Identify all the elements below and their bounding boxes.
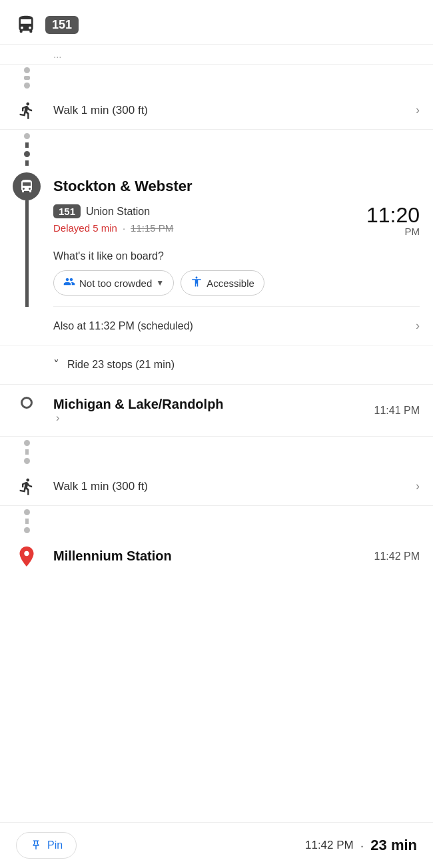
- timeline-line: [25, 142, 29, 148]
- bus-icon: [13, 12, 39, 37]
- crowded-chip[interactable]: Not too crowded ▼: [53, 270, 174, 296]
- onboard-chips: Not too crowded ▼ Accessible: [53, 270, 406, 296]
- bus-stop-icon: [13, 172, 41, 200]
- dots-segment-bottom: [0, 437, 433, 467]
- line-badge: 151: [53, 204, 81, 218]
- walk-row-1[interactable]: Walk 1 min (300 ft) ›: [0, 91, 433, 130]
- people-icon: [63, 276, 75, 290]
- timeline-dot: [24, 458, 30, 464]
- walk-row-2[interactable]: Walk 1 min (300 ft) ›: [0, 467, 433, 506]
- header: 151: [0, 0, 433, 45]
- final-stop-time: 11:42 PM: [374, 550, 420, 562]
- ride-stops-row[interactable]: ˅ Ride 23 stops (21 min): [0, 345, 433, 385]
- dots-segment-top: [0, 65, 433, 91]
- final-stop-content: Millennium Station 11:42 PM: [53, 537, 433, 576]
- timeline-dot-dark: [24, 151, 30, 157]
- timeline-dot: [24, 509, 30, 515]
- bottom-arrival-time: 11:42 PM: [305, 839, 354, 852]
- bus-badge-row: 151 Union Station: [53, 204, 173, 218]
- also-at-text: Also at 11:32 PM (scheduled): [53, 320, 193, 332]
- timeline-hollow-dot: [21, 397, 33, 409]
- bus-line-info: 151 Union Station Delayed 5 min · 11:15 …: [53, 204, 420, 237]
- onboard-label: What's it like on board?: [53, 250, 406, 262]
- delay-row: Delayed 5 min · 11:15 PM: [53, 222, 173, 234]
- destination-time: 11:41 PM: [374, 405, 420, 417]
- timeline-line-short: [25, 449, 29, 455]
- dots-segment-mid: [0, 130, 433, 166]
- ride-expand-icon: ˅: [53, 357, 59, 372]
- bottom-dot: ·: [360, 838, 364, 853]
- also-at-row[interactable]: Also at 11:32 PM (scheduled) ›: [0, 307, 433, 345]
- final-stop-row: Millennium Station 11:42 PM: [53, 548, 420, 564]
- destination-stop-row[interactable]: Michigan & Lake/Randolph › 11:41 PM: [0, 385, 433, 437]
- accessible-chip-label: Accessible: [207, 278, 254, 289]
- line-destination: Union Station: [86, 206, 150, 218]
- bus-stop-segment: Stockton & Webster 151 Union Station Del…: [0, 166, 433, 307]
- accessible-icon: [191, 276, 203, 290]
- stop-name: Stockton & Webster: [53, 178, 420, 195]
- timeline-dot: [24, 527, 30, 533]
- bus-time-block: 11:20 PM: [366, 204, 420, 237]
- timeline-dot: [24, 83, 30, 89]
- final-stop-name: Millennium Station: [53, 548, 172, 564]
- timeline-dot: [24, 67, 30, 73]
- walk-content-2: Walk 1 min (300 ft) ›: [53, 467, 433, 505]
- onboard-section: What's it like on board? Not too crowded…: [53, 240, 420, 307]
- timeline-dot: [24, 440, 30, 446]
- chevron-right-icon: ›: [416, 103, 420, 117]
- timeline-line-short: [25, 160, 29, 166]
- timeline-line-short: [25, 519, 29, 524]
- delay-dot: ·: [123, 222, 125, 234]
- bottom-duration: 23 min: [370, 837, 417, 854]
- destination-stop-name: Michigan & Lake/Randolph: [53, 397, 224, 412]
- bus-departure-period: PM: [366, 226, 420, 237]
- walk2-chevron-icon: ›: [416, 479, 420, 493]
- destination-pin-icon: [15, 544, 39, 568]
- walk-icon: [15, 99, 39, 122]
- bus-departure-time: 11:20: [366, 204, 420, 226]
- timeline-line-short: [24, 76, 30, 80]
- ride-stops-text: Ride 23 stops (21 min): [67, 359, 175, 371]
- pin-label: Pin: [47, 839, 63, 851]
- chip-dropdown-icon: ▼: [156, 278, 164, 288]
- dots-segment-final: [0, 506, 433, 537]
- walk-text-1: Walk 1 min (300 ft): [53, 104, 148, 117]
- stop-content: Stockton & Webster 151 Union Station Del…: [53, 166, 433, 307]
- pin-button[interactable]: Pin: [16, 832, 77, 859]
- walk-content-1: Walk 1 min (300 ft) ›: [53, 91, 433, 129]
- bottom-bar: Pin 11:42 PM · 23 min: [0, 822, 433, 868]
- bottom-right: 11:42 PM · 23 min: [305, 837, 417, 854]
- also-chevron-icon: ›: [416, 319, 420, 333]
- final-stop-segment: Millennium Station 11:42 PM: [0, 537, 433, 629]
- delay-text: Delayed 5 min: [53, 222, 117, 234]
- destination-name-block: Michigan & Lake/Randolph ›: [53, 397, 224, 424]
- route-badge: 151: [45, 16, 79, 34]
- crowded-chip-label: Not too crowded: [79, 278, 152, 289]
- original-time: 11:15 PM: [131, 222, 173, 234]
- bus-line-left: 151 Union Station Delayed 5 min · 11:15 …: [53, 204, 173, 234]
- timeline-line-bus: [25, 200, 29, 307]
- destination-content: Michigan & Lake/Randolph › 11:41 PM: [53, 385, 433, 436]
- walk-text-2: Walk 1 min (300 ft): [53, 480, 148, 493]
- destination-chevron-icon: ›: [56, 412, 59, 423]
- timeline-dot: [24, 133, 30, 139]
- partial-top-text: ...: [0, 45, 433, 65]
- walk-icon-2: [15, 475, 39, 499]
- accessible-chip[interactable]: Accessible: [181, 270, 264, 296]
